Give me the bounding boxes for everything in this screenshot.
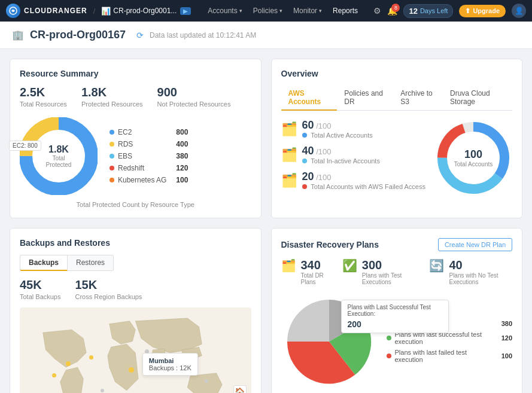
overview-stat-numbers: 20 /100 <box>302 170 425 183</box>
dr-stat-info: 40 Plans with No Test Executions <box>449 258 512 285</box>
overview-stat-info: 60 /100 Total Active Accounts <box>302 119 373 139</box>
nav-item-monitor[interactable]: Monitor ▾ <box>288 3 327 19</box>
dr-stat-item: 🔄 40 Plans with No Test Executions <box>429 258 512 285</box>
cross-region-label: Cross Region Backups <box>75 293 142 300</box>
days-left-number: 12 <box>409 7 417 16</box>
legend-value: 380 <box>170 152 188 160</box>
dr-stat-info: 300 Plans with Test Executions <box>362 258 418 285</box>
brand-name: CLOUDRANGER <box>24 7 87 15</box>
dr-stat-label: Plans with Test Executions <box>362 272 418 285</box>
dr-stats: 🗂️ 340 Total DR Plans ✅ 300 Plans with T… <box>281 258 513 285</box>
dr-legend-label: Plans with last failed test execution <box>395 349 494 363</box>
tab-policies-and-dr[interactable]: Policies and DR <box>337 86 393 111</box>
not-protected-resources-label: Not Protected Resources <box>157 100 231 108</box>
upgrade-icon: ⬆ <box>465 7 470 15</box>
legend-dot <box>110 178 114 182</box>
nav-item-accounts[interactable]: Accounts ▾ <box>203 3 247 19</box>
data-timestamp: Data last updated at 10:12:41 AM <box>150 31 256 39</box>
nav-item-reports[interactable]: Reports <box>328 3 363 19</box>
tab-druva-cloud-storage[interactable]: Druva Cloud Storage <box>443 86 512 111</box>
dr-stat-info: 340 Total DR Plans <box>301 258 330 285</box>
settings-icon[interactable]: ⚙ <box>373 6 381 16</box>
navbar-logo: CLOUDRANGER <box>6 4 87 18</box>
legend-value: 120 <box>170 164 188 172</box>
protected-resources-stat: 1.8K Protected Resources <box>81 86 143 108</box>
overview-donut-value: 100 <box>454 148 493 161</box>
overview-stat-total: /100 <box>316 147 331 156</box>
resource-donut-chart: 1.8K Total Protected EC2: 800 <box>20 117 98 195</box>
dr-legend-value: 100 <box>497 352 512 360</box>
resource-stats: 2.5K Total Resources 1.8K Protected Reso… <box>20 86 251 108</box>
overview-card: Overview AWS AccountsPolicies and DRArch… <box>271 59 523 218</box>
breadcrumb[interactable]: 📊 CR-prod-Org0001... ▶ <box>101 7 191 16</box>
map-tooltip: Mumbai Backups : 12K <box>142 353 198 376</box>
dr-stat-value: 40 <box>449 258 512 272</box>
backup-tab-backups[interactable]: Backups <box>20 255 68 271</box>
legend-value: 100 <box>170 176 188 184</box>
resource-summary-card: Resource Summary 2.5K Total Resources 1.… <box>10 59 262 218</box>
overview-stat-item: 🗂️ 60 /100 Total Active Accounts <box>281 119 429 139</box>
legend-label: EC2 <box>118 128 166 136</box>
org-icon: 📊 <box>101 7 111 16</box>
dr-stat-value: 340 <box>301 258 330 272</box>
overview-donut-center: 100 Total Accounts <box>454 148 493 167</box>
world-map-container: Mumbai Backups : 12K 🏠 + − <box>20 307 251 393</box>
dr-stat-icon: 🔄 <box>429 258 444 273</box>
nav-menu: Accounts ▾ Policies ▾ Monitor ▾ Reports <box>203 3 363 19</box>
overview-stat-info: 20 /100 Total Accounts with AWS Failed A… <box>302 170 425 190</box>
overview-stat-label: Total Accounts with AWS Failed Access <box>302 183 425 190</box>
overview-stat-value: 20 <box>302 170 314 182</box>
tooltip-city: Mumbai <box>149 357 191 364</box>
dr-plans-header: Disaster Recovery Plans Create New DR Pl… <box>281 238 513 251</box>
resource-chart-area: 1.8K Total Protected EC2: 800 EC2 800 RD… <box>20 117 251 195</box>
legend-label: Redshift <box>118 164 166 172</box>
backup-tab-restores[interactable]: Restores <box>68 255 114 271</box>
overview-donut-sub: Total Accounts <box>454 161 493 167</box>
page-header: 🏢 CR-prod-Org00167 ⟳ Data last updated a… <box>0 22 532 49</box>
resource-legend: EC2 800 RDS 400 EBS 380 Redshift 120 Kub… <box>110 128 188 184</box>
overview-stat-item: 🗂️ 40 /100 Total In-active Accounts <box>281 145 429 164</box>
overview-donut-chart: 100 Total Accounts <box>434 119 512 197</box>
cross-region-value: 15K <box>75 278 142 292</box>
tab-archive-to-s3[interactable]: Archive to S3 <box>393 86 443 111</box>
dr-stat-value: 300 <box>362 258 418 272</box>
map-dot <box>129 367 134 373</box>
map-dot <box>89 355 93 360</box>
legend-dot <box>110 142 114 147</box>
total-resources-value: 2.5K <box>20 86 67 99</box>
ec2-label: EC2: 800 <box>9 141 41 151</box>
dr-stat-label: Plans with No Test Executions <box>449 272 512 285</box>
user-avatar[interactable]: 👤 <box>512 4 526 18</box>
dr-legend-dot <box>387 336 391 340</box>
map-dot <box>66 361 71 366</box>
overview-stat-label: Total In-active Accounts <box>302 157 380 164</box>
overview-stat-icon: 🗂️ <box>281 121 297 137</box>
nav-expand-badge[interactable]: ▶ <box>180 7 191 15</box>
notifications-bell[interactable]: 🔔 8 <box>387 6 397 16</box>
page-org-icon: 🏢 <box>12 29 24 41</box>
nav-item-policies[interactable]: Policies ▾ <box>248 3 287 19</box>
overview-content: 🗂️ 60 /100 Total Active Accounts 🗂️ 40 /… <box>281 119 513 197</box>
days-left-label: Days Left <box>420 7 448 14</box>
donut-center-sub: Total Protected <box>39 155 78 168</box>
map-home-button[interactable]: 🏠 <box>234 386 246 393</box>
map-dot <box>101 389 104 392</box>
tab-aws-accounts[interactable]: AWS Accounts <box>281 86 338 111</box>
dr-stat-label: Total DR Plans <box>301 272 330 285</box>
legend-dot <box>110 130 114 135</box>
upgrade-button[interactable]: ⬆ Upgrade <box>459 5 506 17</box>
overview-stat-value: 40 <box>302 145 314 157</box>
backup-stats: 45K Total Backups 15K Cross Region Backu… <box>20 278 251 300</box>
legend-value: 800 <box>170 128 188 136</box>
page-title: CR-prod-Org00167 <box>30 29 126 41</box>
backups-restores-card: Backups and Restores BackupsRestores 45K… <box>10 228 262 393</box>
dr-stat-item: 🗂️ 340 Total DR Plans <box>281 258 330 285</box>
legend-value: 400 <box>170 140 188 148</box>
create-dr-plan-button[interactable]: Create New DR Plan <box>438 238 512 251</box>
map-dot <box>205 379 208 383</box>
refresh-button[interactable]: ⟳ <box>136 31 144 40</box>
dr-legend-value: 380 <box>497 320 512 327</box>
overview-stats: 🗂️ 60 /100 Total Active Accounts 🗂️ 40 /… <box>281 119 429 197</box>
overview-stat-icon: 🗂️ <box>281 173 297 188</box>
overview-stat-numbers: 60 /100 <box>302 119 373 132</box>
